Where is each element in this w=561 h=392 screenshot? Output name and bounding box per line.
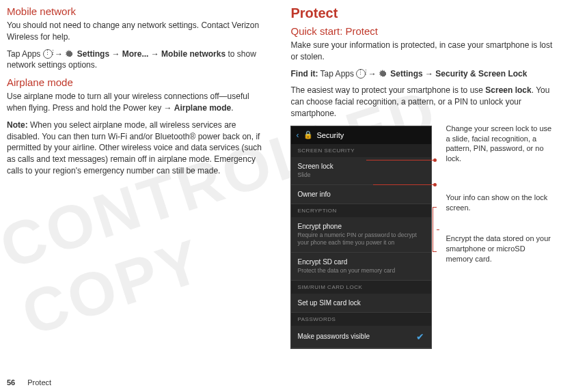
row-passwords-visible[interactable]: Make passwords visible ✔: [291, 326, 431, 348]
label-screen-lock: Screen lock: [485, 85, 531, 95]
note-text: When you select airplane mode, all wirel…: [7, 120, 262, 176]
arrow-icon: →: [109, 49, 122, 59]
text: The easiest way to protect your smartpho…: [291, 85, 486, 95]
para-note: Note: When you select airplane mode, all…: [7, 120, 271, 177]
row-title: Encrypt SD card: [298, 258, 424, 266]
category-screen-security: SCREEN SECURITY: [291, 144, 431, 157]
note-label: Note:: [7, 120, 28, 130]
callout-screenlock: Change your screen lock to use a slide, …: [439, 124, 555, 164]
heading-protect: Protect: [291, 5, 555, 21]
row-title: Screen lock: [298, 163, 424, 170]
row-title: Set up SIM card lock: [298, 299, 424, 307]
callout-ownerinfo: Your info can show on the lock screen.: [439, 193, 555, 213]
label-more: More...: [122, 49, 149, 59]
left-column: Mobile network You should not need to ch…: [7, 5, 271, 348]
heading-mobile-network: Mobile network: [7, 5, 271, 17]
settings-icon: [65, 49, 74, 59]
para-protect-intro: Make sure your information is protected,…: [291, 40, 555, 63]
right-column: Protect Quick start: Protect Make sure y…: [291, 5, 555, 348]
page-footer: 56Protect: [7, 378, 51, 387]
para-easiest: The easiest way to protect your smartpho…: [291, 85, 555, 119]
row-title: Owner info: [298, 191, 424, 198]
back-icon[interactable]: ‹: [297, 130, 299, 140]
phone-header[interactable]: ‹ 🔒 Security: [291, 126, 431, 144]
leader-line: [366, 160, 435, 160]
label-security-screenlock: Security & Screen Lock: [435, 69, 527, 79]
leader-line: [373, 184, 435, 185]
row-title: Make passwords visible: [298, 333, 370, 340]
row-owner-info[interactable]: Owner info: [291, 185, 431, 204]
arrow-icon: →: [423, 69, 436, 79]
footer-section: Protect: [27, 378, 51, 387]
row-screen-lock[interactable]: Screen lock Slide: [291, 157, 431, 185]
category-sim-lock: SIM/RUIM CARD LOCK: [291, 281, 431, 294]
callout-encrypt: Encrypt the data stored on your smartpho…: [439, 234, 555, 264]
lock-icon: 🔒: [303, 130, 313, 139]
row-subtitle: Require a numeric PIN or password to dec…: [298, 232, 424, 247]
screen-title: Security: [317, 131, 344, 139]
para-tap-path: Tap Apps → Settings → More... → Mobile n…: [7, 48, 271, 72]
find-it-label: Find it:: [291, 69, 318, 79]
callouts: Change your screen lock to use a slide, …: [439, 126, 555, 285]
leader-line: [437, 229, 439, 230]
apps-icon: [356, 69, 366, 79]
heading-quickstart: Quick start: Protect: [291, 25, 555, 37]
para-airplane: Use airplane mode to turn all your wirel…: [7, 91, 271, 114]
row-encrypt-phone[interactable]: Encrypt phone Require a numeric PIN or p…: [291, 217, 431, 253]
category-passwords: PASSWORDS: [291, 313, 431, 326]
settings-icon: [379, 69, 388, 79]
heading-airplane: Airplane mode: [7, 76, 271, 88]
apps-icon: [43, 49, 53, 59]
row-subtitle: Protect the data on your memory card: [298, 267, 424, 275]
page-number: 56: [7, 378, 15, 387]
text: Tap Apps: [7, 49, 43, 59]
row-encrypt-sd[interactable]: Encrypt SD card Protect the data on your…: [291, 253, 431, 281]
label-mobile-networks: Mobile networks: [161, 49, 225, 59]
label-airplane-mode: Airplane mode: [174, 103, 231, 113]
row-sim-lock[interactable]: Set up SIM card lock: [291, 294, 431, 313]
category-encryption: ENCRYPTION: [291, 204, 431, 217]
text: Tap Apps: [318, 69, 356, 79]
label-settings: Settings: [390, 69, 422, 79]
label-settings: Settings: [77, 49, 109, 59]
para-mobile-intro: You should not need to change any networ…: [7, 20, 271, 43]
row-title: Encrypt phone: [298, 223, 424, 230]
row-subtitle: Slide: [298, 171, 424, 179]
check-icon[interactable]: ✔: [416, 331, 424, 342]
page-columns: Mobile network You should not need to ch…: [0, 0, 561, 348]
para-find-it: Find it: Tap Apps → Settings → Security …: [291, 68, 555, 80]
arrow-icon: →: [148, 49, 161, 59]
text: .: [231, 103, 233, 113]
screenshot-and-callouts: ‹ 🔒 Security SCREEN SECURITY Screen lock…: [291, 126, 555, 348]
